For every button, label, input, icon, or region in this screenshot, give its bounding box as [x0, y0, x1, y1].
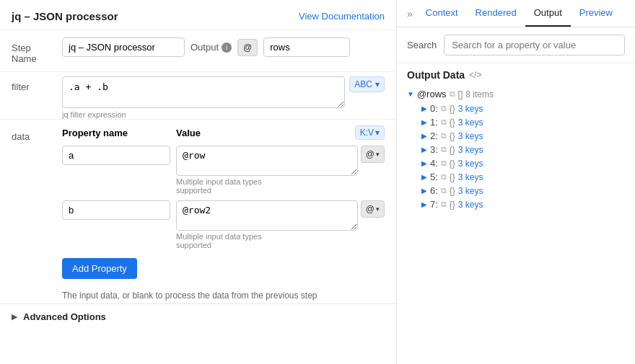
tree-child-toggle-6[interactable]: ▶ [421, 187, 427, 195]
output-data-header: Output Data </> [397, 63, 635, 84]
output-text: Output [190, 42, 219, 53]
tree-root-copy-icon[interactable]: ⧉ [450, 89, 455, 99]
expand-icon[interactable]: » [403, 1, 417, 27]
search-input[interactable] [444, 35, 625, 56]
tree-child-copy-3[interactable]: ⧉ [441, 145, 447, 154]
tree-child-toggle-0[interactable]: ▶ [421, 105, 427, 112]
output-data-title: Output Data [407, 69, 465, 81]
value-row-1: @row2 @ ▾ [176, 200, 385, 231]
tree-child-copy-5[interactable]: ⧉ [441, 172, 447, 182]
data-section-inner: data Property name Value K:V ▾ [12, 125, 385, 279]
tree-child-key-7: 7: [430, 199, 438, 210]
filter-content: ABC ▾ jq filter expression [62, 76, 385, 119]
tree-child-7: ▶ 7: ⧉ {} 3 keys [421, 197, 625, 211]
filter-section: filter ABC ▾ jq filter expression [0, 71, 396, 119]
left-header: jq – JSON processor View Documentation [0, 0, 396, 30]
data-content: Property name Value K:V ▾ @row [62, 125, 385, 279]
tree-child-type-7: {} [450, 200, 455, 210]
output-info-icon[interactable]: i [222, 43, 232, 53]
value-input-1[interactable]: @row2 [176, 200, 358, 231]
tree-child-keys-3: 3 keys [458, 145, 483, 155]
advanced-options-section[interactable]: ▶ Advanced Options [0, 303, 396, 329]
multi-input-hint-1: Multiple input data typessupported [176, 232, 385, 249]
tree-child-copy-7[interactable]: ⧉ [441, 200, 447, 209]
tree-child-5: ▶ 5: ⧉ {} 3 keys [421, 170, 625, 184]
data-section: data Property name Value K:V ▾ [0, 119, 396, 285]
multi-input-hint-0: Multiple input data typessupported [176, 177, 385, 195]
search-row: Search [397, 27, 635, 63]
tree-child-toggle-7[interactable]: ▶ [421, 200, 427, 208]
at-chevron-0: ▾ [376, 151, 380, 158]
tree-child-key-1: 1: [430, 117, 438, 128]
tree-root-node: ▼ @rows ⧉ [] 8 items [407, 86, 625, 102]
tree-child-copy-6[interactable]: ⧉ [441, 186, 447, 195]
tree-children: ▶ 0: ⧉ {} 3 keys ▶ 1: ⧉ {} 3 keys ▶ 2: ⧉… [407, 102, 625, 211]
tree-root-type: [] [458, 89, 463, 99]
value-area-0: @row @ ▾ Multiple input data typessuppor… [176, 146, 385, 195]
output-label-group: Output i [190, 42, 232, 53]
tree-child-type-1: {} [450, 117, 455, 128]
filter-type-badge[interactable]: ABC ▾ [349, 76, 385, 92]
output-value-input[interactable] [263, 37, 350, 57]
tree-child-4: ▶ 4: ⧉ {} 3 keys [421, 156, 625, 170]
tree-child-toggle-2[interactable]: ▶ [421, 132, 427, 140]
tree-child-6: ▶ 6: ⧉ {} 3 keys [421, 184, 625, 197]
tree-child-2: ▶ 2: ⧉ {} 3 keys [421, 129, 625, 143]
filter-type-label: ABC [354, 79, 372, 89]
tree-child-toggle-3[interactable]: ▶ [421, 146, 427, 154]
tree-child-type-6: {} [450, 186, 455, 196]
view-docs-link[interactable]: View Documentation [299, 11, 385, 22]
at-btn-0[interactable]: @ ▾ [361, 146, 385, 163]
tree-child-key-2: 2: [430, 130, 438, 141]
page-title: jq – JSON processor [12, 10, 118, 22]
tree-child-toggle-1[interactable]: ▶ [421, 118, 427, 126]
tree-root-count: 8 items [465, 89, 494, 99]
tree-child-copy-2[interactable]: ⧉ [441, 131, 447, 141]
advanced-label: Advanced Options [23, 311, 106, 322]
tree-child-copy-0[interactable]: ⧉ [441, 104, 447, 113]
col-property-header: Property name [62, 128, 170, 138]
col-value-header: Value [176, 128, 201, 138]
step-name-input[interactable] [62, 37, 185, 57]
tree-child-0: ▶ 0: ⧉ {} 3 keys [421, 102, 625, 115]
step-name-content: Output i @ [62, 37, 385, 57]
tree-child-keys-0: 3 keys [458, 104, 483, 114]
tree-child-copy-4[interactable]: ⧉ [441, 159, 447, 168]
tab-output[interactable]: Output [525, 0, 571, 27]
code-icon[interactable]: </> [469, 70, 481, 80]
tab-preview[interactable]: Preview [571, 0, 621, 27]
tree-root-key: @rows [417, 89, 447, 99]
filter-label: filter [12, 76, 55, 92]
tree-child-key-5: 5: [430, 172, 438, 182]
search-label: Search [407, 40, 437, 50]
tree-child-keys-4: 3 keys [458, 159, 483, 169]
kv-label: K:V [360, 128, 374, 138]
add-property-button[interactable]: Add Property [62, 258, 137, 279]
tree-child-3: ▶ 3: ⧉ {} 3 keys [421, 143, 625, 156]
tree-child-key-6: 6: [430, 185, 438, 196]
tab-rendered[interactable]: Rendered [467, 0, 525, 27]
filter-hint: jq filter expression [62, 110, 385, 119]
tree-child-copy-1[interactable]: ⧉ [441, 117, 447, 127]
tab-context[interactable]: Context [417, 0, 467, 27]
tree-root-toggle[interactable]: ▼ [407, 90, 414, 98]
tree-child-type-4: {} [450, 159, 455, 169]
tree-child-keys-7: 3 keys [458, 200, 483, 210]
tree-child-toggle-5[interactable]: ▶ [421, 173, 427, 181]
tree-child-toggle-4[interactable]: ▶ [421, 159, 427, 167]
kv-badge[interactable]: K:V ▾ [355, 125, 385, 140]
property-input-1[interactable] [62, 200, 170, 220]
tree-child-key-3: 3: [430, 144, 438, 155]
tree-child-key-0: 0: [430, 103, 438, 114]
step-name-row: Output i @ [62, 37, 385, 57]
value-area-1: @row2 @ ▾ Multiple input data typessuppo… [176, 200, 385, 249]
property-input-0[interactable] [62, 146, 170, 165]
data-row-1: @row2 @ ▾ Multiple input data typessuppo… [62, 200, 385, 249]
filter-textarea[interactable] [62, 76, 345, 108]
at-btn-1[interactable]: @ ▾ [361, 200, 385, 218]
value-input-0[interactable]: @row [176, 146, 358, 176]
left-panel: jq – JSON processor View Documentation S… [0, 0, 397, 364]
value-row-0: @row @ ▾ [176, 146, 385, 176]
step-name-section: Step Name Output i @ [0, 30, 396, 71]
filter-type-chevron: ▾ [375, 79, 380, 89]
